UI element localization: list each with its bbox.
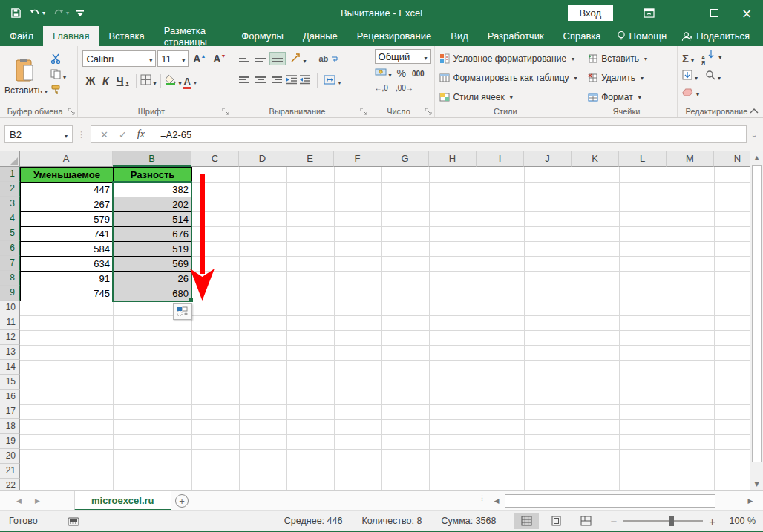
- cell-A6[interactable]: 584: [21, 242, 114, 257]
- undo-button[interactable]: ▾: [29, 8, 45, 19]
- cell-B3[interactable]: 202: [114, 197, 192, 212]
- column-header-F[interactable]: F: [334, 151, 382, 167]
- insert-cells-button[interactable]: Вставить: [588, 49, 674, 68]
- column-header-H[interactable]: H: [429, 151, 477, 167]
- fill-button[interactable]: [682, 70, 698, 82]
- macro-record-icon[interactable]: [68, 516, 79, 526]
- column-header-A[interactable]: A: [20, 151, 113, 167]
- column-header-E[interactable]: E: [286, 151, 334, 167]
- copy-icon[interactable]: [50, 69, 66, 82]
- tab-help[interactable]: Справка: [554, 26, 611, 46]
- vertical-scrollbar[interactable]: ▲ ▼: [750, 151, 763, 490]
- tab-insert[interactable]: Вставка: [99, 26, 154, 46]
- select-all-corner[interactable]: [0, 151, 20, 167]
- percent-style-icon[interactable]: %: [397, 68, 406, 79]
- merge-center-button[interactable]: [324, 75, 341, 87]
- align-top-icon[interactable]: [237, 53, 252, 65]
- increase-font-icon[interactable]: A▲: [190, 53, 209, 65]
- column-header-B[interactable]: B: [113, 151, 191, 167]
- comma-style-icon[interactable]: 000: [412, 70, 425, 78]
- table-header-cell[interactable]: Уменьшаемое: [21, 168, 114, 183]
- table-header-cell[interactable]: Разность: [114, 168, 192, 183]
- align-left-icon[interactable]: [237, 73, 252, 88]
- tab-home[interactable]: Главная: [43, 26, 99, 46]
- column-header-I[interactable]: I: [477, 151, 524, 167]
- column-header-L[interactable]: L: [619, 151, 667, 167]
- confirm-entry-icon[interactable]: ✓: [119, 129, 127, 140]
- row-header-12[interactable]: 12: [0, 330, 20, 345]
- zoom-in-button[interactable]: +: [709, 515, 715, 528]
- align-bottom-icon[interactable]: [269, 52, 286, 66]
- row-header-19[interactable]: 19: [0, 434, 20, 449]
- sheet-tab[interactable]: microexcel.ru: [74, 491, 171, 510]
- row-header-8[interactable]: 8: [0, 271, 20, 286]
- name-box[interactable]: B2: [4, 125, 73, 143]
- row-header-9[interactable]: 9: [0, 286, 20, 301]
- accounting-format-icon[interactable]: [375, 68, 392, 79]
- hscroll-right-icon[interactable]: ▶: [744, 494, 757, 508]
- customize-qat-icon[interactable]: [76, 9, 84, 18]
- font-color-button[interactable]: А: [183, 76, 197, 87]
- cell-B2[interactable]: 382: [114, 183, 192, 197]
- fill-color-button[interactable]: [165, 74, 182, 88]
- format-painter-icon[interactable]: [50, 85, 66, 97]
- row-header-2[interactable]: 2: [0, 182, 20, 197]
- row-header-4[interactable]: 4: [0, 211, 20, 226]
- zoom-slider[interactable]: [623, 520, 703, 522]
- row-header-5[interactable]: 5: [0, 226, 20, 241]
- save-icon[interactable]: [10, 7, 22, 19]
- clear-button[interactable]: [682, 88, 699, 99]
- row-header-18[interactable]: 18: [0, 419, 20, 434]
- share-button[interactable]: Поделиться: [675, 26, 756, 46]
- tab-formulas[interactable]: Формулы: [232, 26, 293, 46]
- worksheet-grid[interactable]: ABCDEFGHIJKLMN 1234567891011121314151617…: [0, 151, 750, 490]
- increase-decimal-icon[interactable]: ←,0: [375, 84, 388, 92]
- cell-A5[interactable]: 741: [21, 227, 114, 242]
- cell-A4[interactable]: 579: [21, 212, 114, 227]
- expand-formula-bar-icon[interactable]: ⌄: [747, 131, 762, 139]
- prev-sheet-icon[interactable]: ◀: [16, 497, 22, 505]
- column-header-K[interactable]: K: [572, 151, 619, 167]
- autofill-options-button[interactable]: [173, 303, 192, 320]
- status-count[interactable]: Количество: 8: [361, 516, 422, 526]
- name-box-dropdown-icon[interactable]: [62, 129, 68, 140]
- tab-data[interactable]: Данные: [293, 26, 347, 46]
- cell-A9[interactable]: 745: [21, 286, 114, 301]
- cell-B4[interactable]: 514: [114, 212, 192, 227]
- scrollbar-grip[interactable]: ⋮: [479, 496, 485, 499]
- column-header-N[interactable]: N: [714, 151, 750, 167]
- next-sheet-icon[interactable]: ▶: [35, 497, 40, 505]
- tab-file[interactable]: Файл: [0, 26, 43, 46]
- status-average[interactable]: Среднее: 446: [284, 516, 343, 526]
- cell-A3[interactable]: 267: [21, 197, 114, 212]
- number-dialog-launcher-icon[interactable]: [425, 108, 432, 115]
- cell-B7[interactable]: 569: [114, 257, 192, 272]
- decrease-indent-icon[interactable]: [286, 75, 298, 87]
- alignment-dialog-launcher-icon[interactable]: [360, 108, 367, 115]
- assistant-menu[interactable]: Помощн: [611, 26, 673, 46]
- orientation-button[interactable]: [290, 53, 306, 65]
- row-header-15[interactable]: 15: [0, 375, 20, 390]
- paste-button[interactable]: Вставить: [4, 49, 48, 104]
- new-sheet-button[interactable]: +: [175, 494, 189, 508]
- cancel-entry-icon[interactable]: ✕: [100, 129, 108, 140]
- bold-button[interactable]: Ж: [82, 75, 98, 87]
- undo-dropdown-icon[interactable]: ▾: [42, 10, 45, 16]
- column-header-J[interactable]: J: [524, 151, 572, 167]
- decrease-font-icon[interactable]: A▼: [210, 53, 229, 65]
- row-header-10[interactable]: 10: [0, 301, 20, 315]
- status-sum[interactable]: Сумма: 3568: [441, 516, 496, 526]
- cell-B9[interactable]: 680: [114, 286, 192, 301]
- minimize-button[interactable]: [665, 0, 698, 26]
- delete-cells-button[interactable]: Удалить: [588, 68, 674, 88]
- page-break-view-button[interactable]: [573, 513, 598, 529]
- cell-A8[interactable]: 91: [21, 272, 114, 286]
- cell-B8[interactable]: 26: [114, 272, 192, 286]
- font-name-combo[interactable]: Calibri: [82, 50, 156, 67]
- column-header-D[interactable]: D: [239, 151, 286, 167]
- fill-handle[interactable]: [189, 298, 194, 303]
- tab-developer[interactable]: Разработчик: [478, 26, 554, 46]
- cell-A7[interactable]: 634: [21, 257, 114, 272]
- italic-button[interactable]: К: [99, 75, 112, 87]
- row-header-22[interactable]: 22: [0, 479, 20, 490]
